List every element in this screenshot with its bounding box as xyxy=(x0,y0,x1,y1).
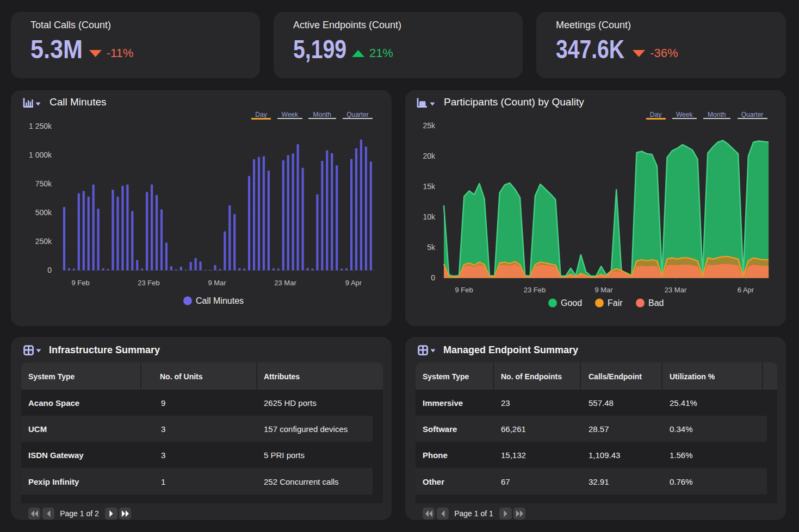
svg-text:15k: 15k xyxy=(423,182,436,191)
svg-text:23 Feb: 23 Feb xyxy=(138,279,159,287)
svg-text:1 000k: 1 000k xyxy=(29,151,52,159)
svg-text:23 Mar: 23 Mar xyxy=(274,279,296,287)
svg-text:Good: Good xyxy=(561,298,582,308)
svg-text:10k: 10k xyxy=(423,212,436,221)
svg-text:9 Feb: 9 Feb xyxy=(455,286,473,294)
svg-text:25k: 25k xyxy=(423,121,436,130)
svg-text:9 Mar: 9 Mar xyxy=(208,279,226,287)
svg-text:750k: 750k xyxy=(35,179,52,188)
svg-text:9 Mar: 9 Mar xyxy=(594,286,613,294)
svg-text:6 Apr: 6 Apr xyxy=(738,286,754,294)
svg-text:500k: 500k xyxy=(35,208,52,217)
svg-text:0: 0 xyxy=(431,273,435,282)
svg-text:23 Feb: 23 Feb xyxy=(524,286,546,294)
svg-text:Fair: Fair xyxy=(608,298,623,308)
svg-text:5k: 5k xyxy=(427,243,436,252)
svg-text:250k: 250k xyxy=(35,237,52,246)
svg-text:1 250k: 1 250k xyxy=(29,122,52,130)
svg-text:Call Minutes: Call Minutes xyxy=(196,296,244,305)
svg-text:0: 0 xyxy=(47,266,52,274)
svg-text:Bad: Bad xyxy=(648,298,664,308)
svg-text:23 Mar: 23 Mar xyxy=(665,286,687,294)
svg-text:9 Feb: 9 Feb xyxy=(71,279,89,287)
svg-text:20k: 20k xyxy=(423,152,436,160)
svg-text:9 Apr: 9 Apr xyxy=(345,279,362,287)
